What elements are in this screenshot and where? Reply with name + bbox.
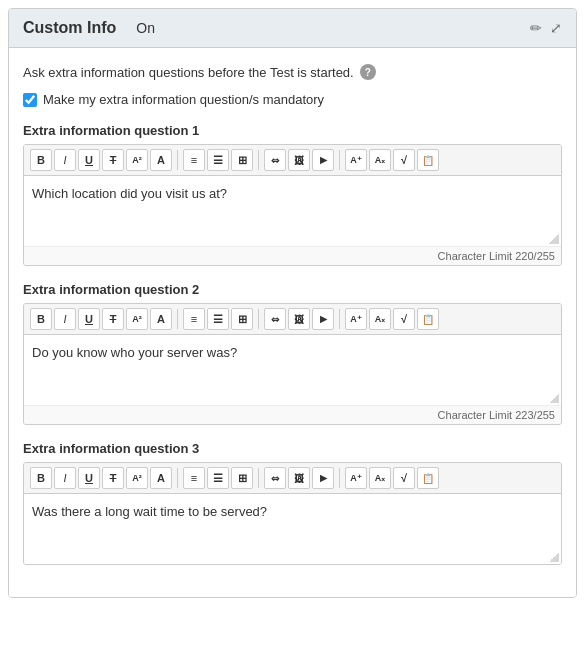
- editor-area-1[interactable]: Which location did you visit us at?: [24, 176, 561, 246]
- divider-9: [339, 468, 340, 488]
- editor-container-1: Which location did you visit us at?: [24, 176, 561, 246]
- sqrt-btn-2[interactable]: √: [393, 308, 415, 330]
- editor-wrapper-2: B I U T A² A ≡ ☰ ⊞ ⇔ 🖼 ▶ A⁺ Aₓ: [23, 303, 562, 425]
- video-btn-2[interactable]: ▶: [312, 308, 334, 330]
- panel-status: On: [136, 20, 155, 36]
- question-section-2: Extra information question 2 B I U T A² …: [23, 282, 562, 425]
- link-btn-3[interactable]: ⇔: [264, 467, 286, 489]
- underline-btn-2[interactable]: U: [78, 308, 100, 330]
- ul-btn-1[interactable]: ☰: [207, 149, 229, 171]
- sqrt-btn-3[interactable]: √: [393, 467, 415, 489]
- char-limit-1: Character Limit 220/255: [24, 246, 561, 265]
- video-btn-1[interactable]: ▶: [312, 149, 334, 171]
- editor-container-3: Was there a long wait time to be served?: [24, 494, 561, 564]
- mandatory-label: Make my extra information question/s man…: [43, 92, 324, 107]
- ol-btn-3[interactable]: ≡: [183, 467, 205, 489]
- sub-btn-1[interactable]: Aₓ: [369, 149, 391, 171]
- ol-btn-2[interactable]: ≡: [183, 308, 205, 330]
- editor-content-3: Was there a long wait time to be served?: [32, 504, 267, 519]
- panel-header-left: Custom Info On: [23, 19, 155, 37]
- help-icon[interactable]: ?: [360, 64, 376, 80]
- question-section-3: Extra information question 3 B I U T A² …: [23, 441, 562, 565]
- divider-4: [177, 309, 178, 329]
- description-row: Ask extra information questions before t…: [23, 64, 562, 80]
- divider-8: [258, 468, 259, 488]
- normal-btn-1[interactable]: A: [150, 149, 172, 171]
- image-btn-2[interactable]: 🖼: [288, 308, 310, 330]
- table-btn-1[interactable]: ⊞: [231, 149, 253, 171]
- image-btn-1[interactable]: 🖼: [288, 149, 310, 171]
- divider-2: [258, 150, 259, 170]
- mandatory-row: Make my extra information question/s man…: [23, 92, 562, 107]
- normal-btn-2[interactable]: A: [150, 308, 172, 330]
- toolbar-2: B I U T A² A ≡ ☰ ⊞ ⇔ 🖼 ▶ A⁺ Aₓ: [24, 304, 561, 335]
- link-btn-1[interactable]: ⇔: [264, 149, 286, 171]
- sub-btn-2[interactable]: Aₓ: [369, 308, 391, 330]
- editor-wrapper-3: B I U T A² A ≡ ☰ ⊞ ⇔ 🖼 ▶ A⁺ Aₓ: [23, 462, 562, 565]
- panel-header-icons: ✏ ⤢: [530, 20, 562, 36]
- clipboard-btn-3[interactable]: 📋: [417, 467, 439, 489]
- editor-area-3[interactable]: Was there a long wait time to be served?: [24, 494, 561, 564]
- italic-btn-2[interactable]: I: [54, 308, 76, 330]
- description-text: Ask extra information questions before t…: [23, 65, 354, 80]
- question-label-1: Extra information question 1: [23, 123, 562, 138]
- question-section-1: Extra information question 1 B I U T A² …: [23, 123, 562, 266]
- superscript-btn-2[interactable]: A²: [126, 308, 148, 330]
- strike-btn-3[interactable]: T: [102, 467, 124, 489]
- editor-content-1: Which location did you visit us at?: [32, 186, 227, 201]
- table-btn-3[interactable]: ⊞: [231, 467, 253, 489]
- sub-btn-3[interactable]: Aₓ: [369, 467, 391, 489]
- editor-area-2[interactable]: Do you know who your server was?: [24, 335, 561, 405]
- ul-btn-2[interactable]: ☰: [207, 308, 229, 330]
- video-btn-3[interactable]: ▶: [312, 467, 334, 489]
- question-label-3: Extra information question 3: [23, 441, 562, 456]
- link-btn-2[interactable]: ⇔: [264, 308, 286, 330]
- underline-btn-1[interactable]: U: [78, 149, 100, 171]
- editor-container-2: Do you know who your server was?: [24, 335, 561, 405]
- divider-1: [177, 150, 178, 170]
- divider-5: [258, 309, 259, 329]
- strike-btn-2[interactable]: T: [102, 308, 124, 330]
- custom-info-panel: Custom Info On ✏ ⤢ Ask extra information…: [8, 8, 577, 598]
- resize-handle-2[interactable]: [549, 393, 559, 403]
- underline-btn-3[interactable]: U: [78, 467, 100, 489]
- sup2-btn-3[interactable]: A⁺: [345, 467, 367, 489]
- bold-btn-1[interactable]: B: [30, 149, 52, 171]
- sqrt-btn-1[interactable]: √: [393, 149, 415, 171]
- italic-btn-1[interactable]: I: [54, 149, 76, 171]
- normal-btn-3[interactable]: A: [150, 467, 172, 489]
- edit-icon[interactable]: ✏: [530, 20, 542, 36]
- toolbar-1: B I U T A² A ≡ ☰ ⊞ ⇔ 🖼 ▶ A⁺ Aₓ: [24, 145, 561, 176]
- mandatory-checkbox[interactable]: [23, 93, 37, 107]
- panel-header: Custom Info On ✏ ⤢: [9, 9, 576, 48]
- superscript-btn-3[interactable]: A²: [126, 467, 148, 489]
- sup2-btn-2[interactable]: A⁺: [345, 308, 367, 330]
- strike-btn-1[interactable]: T: [102, 149, 124, 171]
- divider-6: [339, 309, 340, 329]
- panel-title: Custom Info: [23, 19, 116, 37]
- bold-btn-2[interactable]: B: [30, 308, 52, 330]
- ul-btn-3[interactable]: ☰: [207, 467, 229, 489]
- divider-7: [177, 468, 178, 488]
- editor-wrapper-1: B I U T A² A ≡ ☰ ⊞ ⇔ 🖼 ▶ A⁺ Aₓ: [23, 144, 562, 266]
- divider-3: [339, 150, 340, 170]
- resize-handle-3[interactable]: [549, 552, 559, 562]
- table-btn-2[interactable]: ⊞: [231, 308, 253, 330]
- char-limit-2: Character Limit 223/255: [24, 405, 561, 424]
- image-btn-3[interactable]: 🖼: [288, 467, 310, 489]
- bold-btn-3[interactable]: B: [30, 467, 52, 489]
- panel-body: Ask extra information questions before t…: [9, 48, 576, 597]
- sup2-btn-1[interactable]: A⁺: [345, 149, 367, 171]
- toolbar-3: B I U T A² A ≡ ☰ ⊞ ⇔ 🖼 ▶ A⁺ Aₓ: [24, 463, 561, 494]
- resize-handle-1[interactable]: [549, 234, 559, 244]
- question-label-2: Extra information question 2: [23, 282, 562, 297]
- italic-btn-3[interactable]: I: [54, 467, 76, 489]
- superscript-btn-1[interactable]: A²: [126, 149, 148, 171]
- expand-icon[interactable]: ⤢: [550, 20, 562, 36]
- editor-content-2: Do you know who your server was?: [32, 345, 237, 360]
- clipboard-btn-1[interactable]: 📋: [417, 149, 439, 171]
- clipboard-btn-2[interactable]: 📋: [417, 308, 439, 330]
- ol-btn-1[interactable]: ≡: [183, 149, 205, 171]
